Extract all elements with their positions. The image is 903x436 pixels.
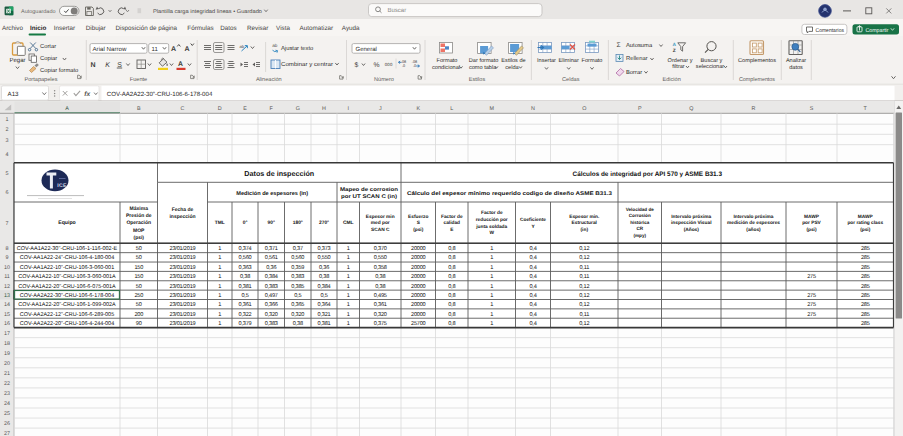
svg-text:Complementos: Complementos <box>738 58 776 64</box>
svg-text:0°: 0° <box>243 220 248 226</box>
svg-text:275: 275 <box>807 312 816 318</box>
svg-text:1: 1 <box>6 117 9 123</box>
svg-text:Portapapeles: Portapapeles <box>25 76 58 83</box>
svg-text:Copiar formato: Copiar formato <box>40 67 78 74</box>
svg-text:1: 1 <box>490 312 493 318</box>
svg-text:Datos de inspección: Datos de inspección <box>244 169 314 178</box>
svg-text:como tabla: como tabla <box>469 64 497 71</box>
svg-text:R: R <box>752 106 756 112</box>
svg-text:0,38: 0,38 <box>375 284 385 290</box>
svg-text:MAWP: MAWP <box>858 214 874 220</box>
svg-text:Esfuerzo: Esfuerzo <box>408 214 428 220</box>
svg-text:0,5: 0,5 <box>320 293 327 299</box>
svg-text:20000: 20000 <box>411 265 426 271</box>
svg-text:0,8: 0,8 <box>448 321 455 327</box>
svg-text:1: 1 <box>347 265 350 271</box>
svg-text:S: S <box>810 106 814 112</box>
svg-text:CML: CML <box>343 220 354 226</box>
svg-text:MAWP: MAWP <box>804 214 820 220</box>
svg-text:COV-AA1A22-30"-CRU-106-1-116-0: COV-AA1A22-30"-CRU-106-1-116-002-E <box>17 246 118 252</box>
svg-text:Espesor min: Espesor min <box>366 214 395 220</box>
svg-text:N: N <box>90 62 95 69</box>
svg-text:0,561: 0,561 <box>265 255 278 261</box>
svg-text:250: 250 <box>134 293 143 299</box>
svg-text:0,321: 0,321 <box>318 312 331 318</box>
svg-text:D: D <box>218 106 222 112</box>
svg-text:1: 1 <box>347 255 350 261</box>
svg-text:275: 275 <box>807 302 816 308</box>
svg-text:reducción por: reducción por <box>476 217 508 223</box>
svg-text:0,358: 0,358 <box>374 265 387 271</box>
svg-text:0,8: 0,8 <box>448 274 455 280</box>
svg-text:B: B <box>137 106 141 112</box>
svg-text:Operación: Operación <box>126 220 151 226</box>
svg-text:11: 11 <box>4 274 10 280</box>
svg-text:(psi): (psi) <box>413 227 424 233</box>
svg-text:0,550: 0,550 <box>318 255 331 261</box>
svg-text:0,361: 0,361 <box>239 302 252 308</box>
svg-text:junta soldada: junta soldada <box>475 224 507 230</box>
svg-text:0,38: 0,38 <box>240 274 250 280</box>
svg-text:Vista: Vista <box>276 25 290 32</box>
svg-text:Corrosión: Corrosión <box>629 213 651 218</box>
svg-text:%: % <box>373 62 379 69</box>
svg-text:Intervalo próxima: Intervalo próxima <box>734 214 774 220</box>
svg-text:0,371: 0,371 <box>265 246 278 252</box>
svg-text:Formato: Formato <box>582 58 603 64</box>
svg-text:Revisar: Revisar <box>247 25 268 32</box>
svg-text:O: O <box>582 106 586 112</box>
svg-text:G: G <box>296 106 300 112</box>
svg-text:Cortar: Cortar <box>40 43 56 50</box>
svg-text:1: 1 <box>218 302 221 308</box>
svg-text:19: 19 <box>4 351 10 357</box>
svg-text:0,384: 0,384 <box>318 284 331 290</box>
svg-text:inspección Visual: inspección Visual <box>671 220 711 226</box>
svg-text:0,4: 0,4 <box>529 321 536 327</box>
svg-text:285: 285 <box>861 255 870 261</box>
svg-text:Celdas: Celdas <box>562 76 580 83</box>
svg-text:Insertar: Insertar <box>54 25 75 32</box>
svg-text:1: 1 <box>347 293 350 299</box>
svg-text:0,373: 0,373 <box>318 246 331 252</box>
svg-text:26: 26 <box>4 421 10 427</box>
svg-text:25: 25 <box>4 411 10 417</box>
svg-text:fx: fx <box>84 91 90 98</box>
svg-text:inspección: inspección <box>169 214 195 220</box>
svg-text:1: 1 <box>490 274 493 280</box>
svg-text:COV-AA2A22-30"-CRU-106-6-178-0: COV-AA2A22-30"-CRU-106-6-178-004 <box>20 293 114 299</box>
svg-text:Compartir: Compartir <box>866 28 889 34</box>
svg-text:COV-AA2A22-30"-CRU-106-6-178-0: COV-AA2A22-30"-CRU-106-6-178-004 <box>107 91 213 98</box>
svg-text:0,4: 0,4 <box>529 293 536 299</box>
svg-text:0,4: 0,4 <box>529 246 536 252</box>
svg-text:200: 200 <box>134 312 143 318</box>
svg-text:0,4: 0,4 <box>529 274 536 280</box>
svg-text:Ajustar texto: Ajustar texto <box>281 45 313 52</box>
svg-text:0,359: 0,359 <box>291 265 304 271</box>
svg-text:Analizar: Analizar <box>786 57 806 64</box>
svg-text:seleccionar: seleccionar <box>696 63 724 70</box>
svg-text:1: 1 <box>347 274 350 280</box>
svg-text:K: K <box>105 62 110 69</box>
svg-text:Complementos: Complementos <box>739 76 775 83</box>
svg-text:1: 1 <box>347 321 350 327</box>
svg-text:Fuente: Fuente <box>130 77 147 83</box>
svg-text:condicional: condicional <box>432 64 460 71</box>
svg-text:0,4: 0,4 <box>529 255 536 261</box>
svg-text:90: 90 <box>136 321 142 327</box>
svg-text:1: 1 <box>490 265 493 271</box>
svg-text:celda: celda <box>505 64 519 71</box>
svg-text:20000: 20000 <box>411 302 426 308</box>
svg-text:20000: 20000 <box>411 293 426 299</box>
svg-text:Insertar: Insertar <box>537 58 556 64</box>
svg-text:Cálculo del espesor mínimo req: Cálculo del espesor mínimo requerido cod… <box>407 191 612 197</box>
svg-text:0,361: 0,361 <box>374 302 387 308</box>
svg-text:Formato: Formato <box>437 58 458 64</box>
svg-text:E: E <box>243 106 247 112</box>
svg-text:0,8: 0,8 <box>448 255 455 261</box>
svg-text:0,374: 0,374 <box>239 246 252 252</box>
svg-text:A: A <box>184 46 189 53</box>
svg-text:0,370: 0,370 <box>374 246 387 252</box>
svg-text:Velocidad de: Velocidad de <box>626 207 655 212</box>
svg-text:17: 17 <box>4 331 10 337</box>
svg-text:0,11: 0,11 <box>579 274 589 280</box>
